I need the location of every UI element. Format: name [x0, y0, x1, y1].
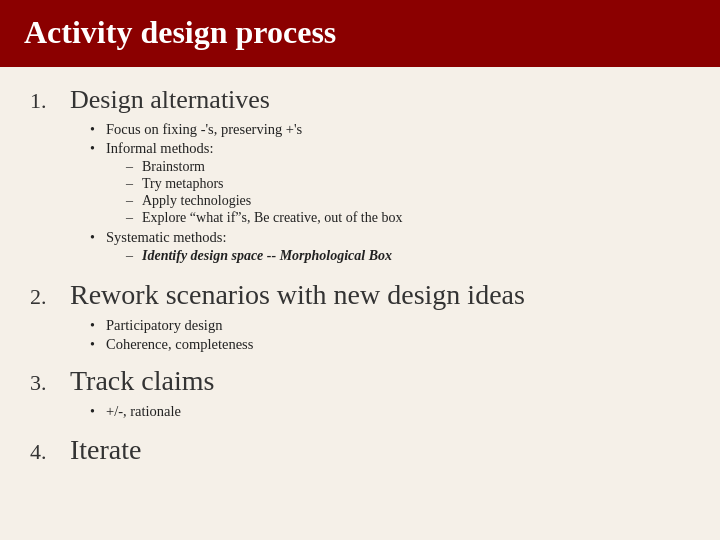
bullet-text: Focus on fixing -'s, preserving +'s: [106, 121, 302, 138]
section-1-title: Design alternatives: [70, 85, 270, 115]
sub-list-item: – Explore “what if”s, Be creative, out o…: [126, 210, 402, 226]
bullet-group: Informal methods: – Brainstorm – Try met…: [106, 140, 402, 227]
dash-icon: –: [126, 210, 136, 226]
section-4: 4. Iterate: [30, 434, 690, 466]
list-item: • Informal methods: – Brainstorm – Try m…: [90, 140, 690, 227]
bullet-text: Coherence, completeness: [106, 336, 253, 353]
list-item: • Participatory design: [90, 317, 690, 334]
sub-list: – Identify design space -- Morphological…: [126, 248, 392, 264]
bullet-icon: •: [90, 141, 100, 157]
main-content: 1. Design alternatives • Focus on fixing…: [0, 85, 720, 466]
section-1-heading: 1. Design alternatives: [30, 85, 690, 115]
page-header: Activity design process: [0, 0, 720, 67]
section-3-title: Track claims: [70, 365, 214, 397]
dash-icon: –: [126, 248, 136, 264]
bullet-text: Participatory design: [106, 317, 222, 334]
sub-text: Try metaphors: [142, 176, 224, 192]
list-item: • Systematic methods: – Identify design …: [90, 229, 690, 265]
section-4-heading: 4. Iterate: [30, 434, 690, 466]
bullet-text: Systematic methods:: [106, 229, 226, 245]
sub-text: Brainstorm: [142, 159, 205, 175]
section-2-title: Rework scenarios with new design ideas: [70, 279, 525, 311]
sub-text: Explore “what if”s, Be creative, out of …: [142, 210, 402, 226]
section-2: 2. Rework scenarios with new design idea…: [30, 279, 690, 353]
section-2-number: 2.: [30, 284, 58, 310]
section-3-number: 3.: [30, 370, 58, 396]
section-1-bullets: • Focus on fixing -'s, preserving +'s • …: [90, 121, 690, 265]
bullet-icon: •: [90, 122, 100, 138]
dash-icon: –: [126, 159, 136, 175]
bullet-text: +/-, rationale: [106, 403, 181, 420]
bullet-icon: •: [90, 230, 100, 246]
section-2-heading: 2. Rework scenarios with new design idea…: [30, 279, 690, 311]
sub-text-italic: Identify design space -- Morphological B…: [142, 248, 392, 264]
list-item: • Focus on fixing -'s, preserving +'s: [90, 121, 690, 138]
dash-icon: –: [126, 176, 136, 192]
bullet-icon: •: [90, 318, 100, 334]
sub-list-item: – Identify design space -- Morphological…: [126, 248, 392, 264]
sub-list-item: – Try metaphors: [126, 176, 402, 192]
list-item: • +/-, rationale: [90, 403, 690, 420]
section-3-bullets: • +/-, rationale: [90, 403, 690, 420]
list-item: • Coherence, completeness: [90, 336, 690, 353]
sub-text: Apply technologies: [142, 193, 251, 209]
section-4-number: 4.: [30, 439, 58, 465]
bullet-text: Informal methods:: [106, 140, 214, 156]
sub-list-item: – Apply technologies: [126, 193, 402, 209]
section-4-title: Iterate: [70, 434, 142, 466]
section-1: 1. Design alternatives • Focus on fixing…: [30, 85, 690, 265]
dash-icon: –: [126, 193, 136, 209]
page-title: Activity design process: [24, 14, 336, 50]
section-3-heading: 3. Track claims: [30, 365, 690, 397]
bullet-group: Systematic methods: – Identify design sp…: [106, 229, 392, 265]
sub-list: – Brainstorm – Try metaphors – Apply tec…: [126, 159, 402, 226]
bullet-icon: •: [90, 404, 100, 420]
section-2-bullets: • Participatory design • Coherence, comp…: [90, 317, 690, 353]
section-1-number: 1.: [30, 88, 58, 114]
section-3: 3. Track claims • +/-, rationale: [30, 365, 690, 420]
sub-list-item: – Brainstorm: [126, 159, 402, 175]
bullet-icon: •: [90, 337, 100, 353]
